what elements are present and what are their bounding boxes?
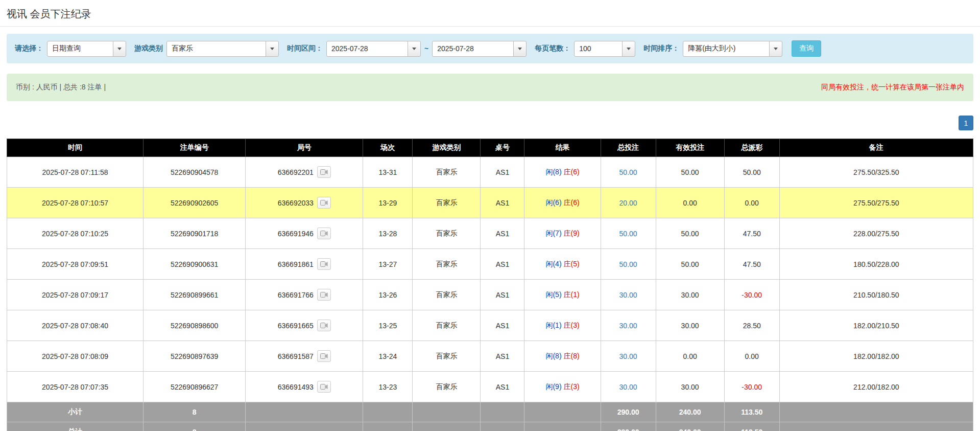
session-cell: 13-29 bbox=[363, 188, 413, 218]
view-round-result-button[interactable] bbox=[317, 258, 331, 270]
banker-result: 庄(1) bbox=[563, 290, 579, 299]
player-result: 闲(9) bbox=[545, 382, 561, 391]
valid-bet-cell: 30.00 bbox=[656, 310, 724, 341]
query-type-dropdown-button[interactable] bbox=[113, 41, 126, 57]
game-type-group: 游戏类别 bbox=[134, 41, 279, 57]
footer-empty-cell bbox=[524, 402, 601, 422]
valid-bet-cell: 0.00 bbox=[656, 341, 724, 372]
date-from-input[interactable] bbox=[326, 41, 408, 57]
footer-valid-bet-cell: 240.00 bbox=[656, 422, 724, 431]
video-icon bbox=[320, 353, 328, 359]
footer-empty-cell bbox=[779, 402, 973, 422]
round-id: 636691946 bbox=[278, 230, 314, 238]
total-bet-link[interactable]: 50.00 bbox=[619, 260, 637, 268]
banker-result: 庄(6) bbox=[563, 168, 579, 176]
footer-empty-cell bbox=[363, 422, 413, 431]
banker-result: 庄(3) bbox=[563, 382, 579, 391]
page-size-input[interactable] bbox=[574, 41, 623, 57]
total-bet-link[interactable]: 30.00 bbox=[619, 352, 637, 360]
remark-cell: 182.00/182.00 bbox=[779, 341, 973, 372]
round-cell: 636691665 bbox=[246, 310, 363, 341]
query-type-label: 请选择： bbox=[15, 44, 43, 53]
remark-cell: 210.50/180.50 bbox=[779, 280, 973, 310]
bet-id-cell: 522690904578 bbox=[144, 157, 246, 188]
payout-cell: 28.50 bbox=[724, 310, 779, 341]
footer-label-cell: 总计 bbox=[7, 422, 144, 431]
header-remark: 备注 bbox=[779, 139, 973, 157]
player-result: 闲(4) bbox=[545, 260, 561, 268]
total-bet-link[interactable]: 20.00 bbox=[619, 199, 637, 207]
result-cell: 闲(1) 庄(3) bbox=[524, 310, 601, 341]
footer-count-cell: 8 bbox=[144, 422, 246, 431]
table-row: 2025-07-28 07:09:51522690900631636691861… bbox=[7, 249, 973, 280]
view-round-result-button[interactable] bbox=[317, 320, 331, 331]
banker-result: 庄(6) bbox=[563, 198, 579, 207]
view-round-result-button[interactable] bbox=[317, 228, 331, 239]
table-no-cell: AS1 bbox=[481, 218, 524, 249]
total-bet-link[interactable]: 30.00 bbox=[619, 291, 637, 299]
view-round-result-button[interactable] bbox=[317, 289, 331, 301]
page-size-dropdown-button[interactable] bbox=[622, 41, 635, 57]
total-bet-link[interactable]: 50.00 bbox=[619, 168, 637, 176]
game-type-input[interactable] bbox=[166, 41, 266, 57]
video-icon bbox=[320, 383, 328, 390]
valid-bet-cell: 30.00 bbox=[656, 372, 724, 402]
banker-result: 庄(5) bbox=[563, 260, 579, 268]
total-bet-link[interactable]: 50.00 bbox=[619, 230, 637, 238]
header-total-bet: 总投注 bbox=[601, 139, 656, 157]
footer-count-cell: 8 bbox=[144, 402, 246, 422]
time-cell: 2025-07-28 07:08:09 bbox=[7, 341, 144, 372]
total-bet-link[interactable]: 30.00 bbox=[619, 322, 637, 330]
total-bet-link[interactable]: 30.00 bbox=[619, 383, 637, 391]
chevron-down-icon bbox=[518, 48, 522, 50]
remark-cell: 275.50/325.50 bbox=[779, 157, 973, 188]
table-no-cell: AS1 bbox=[481, 280, 524, 310]
footer-empty-cell bbox=[413, 402, 481, 422]
time-cell: 2025-07-28 07:07:35 bbox=[7, 372, 144, 402]
result-cell: 闲(6) 庄(6) bbox=[524, 188, 601, 218]
date-from-combo bbox=[326, 41, 421, 57]
date-to-input[interactable] bbox=[432, 41, 514, 57]
game-type-cell: 百家乐 bbox=[413, 249, 481, 280]
sort-label: 时间排序： bbox=[643, 44, 679, 53]
table-row: 2025-07-28 07:10:57522690902605636692033… bbox=[7, 188, 973, 218]
footer-valid-bet-cell: 240.00 bbox=[656, 402, 724, 422]
search-button[interactable]: 查询 bbox=[792, 40, 821, 57]
total-bet-cell: 50.00 bbox=[601, 249, 656, 280]
footer-label-cell: 小计 bbox=[7, 402, 144, 422]
payout-cell: 0.00 bbox=[724, 188, 779, 218]
view-round-result-button[interactable] bbox=[317, 197, 331, 209]
table-row: 2025-07-28 07:09:17522690899661636691766… bbox=[7, 280, 973, 310]
date-from-dropdown-button[interactable] bbox=[408, 41, 421, 57]
page-size-group: 每页笔数： bbox=[535, 41, 635, 57]
header-game-type: 游戏类别 bbox=[413, 139, 481, 157]
time-cell: 2025-07-28 07:09:17 bbox=[7, 280, 144, 310]
total-bet-cell: 50.00 bbox=[601, 218, 656, 249]
session-cell: 13-31 bbox=[363, 157, 413, 188]
banker-result: 庄(9) bbox=[563, 229, 579, 237]
view-round-result-button[interactable] bbox=[317, 381, 331, 393]
payout-cell: -30.00 bbox=[724, 372, 779, 402]
remark-cell: 182.00/210.50 bbox=[779, 310, 973, 341]
player-result: 闲(7) bbox=[545, 229, 561, 237]
view-round-result-button[interactable] bbox=[317, 350, 331, 362]
date-to-dropdown-button[interactable] bbox=[513, 41, 527, 57]
round-id: 636691493 bbox=[278, 383, 314, 391]
payout-cell: 50.00 bbox=[724, 157, 779, 188]
footer-empty-cell bbox=[363, 402, 413, 422]
game-type-combo bbox=[166, 41, 279, 57]
footer-total-bet-cell: 290.00 bbox=[601, 422, 656, 431]
sort-input[interactable] bbox=[683, 41, 770, 57]
session-cell: 13-27 bbox=[363, 249, 413, 280]
sort-dropdown-button[interactable] bbox=[769, 41, 782, 57]
result-cell: 闲(8) 庄(6) bbox=[524, 157, 601, 188]
payout-cell: 47.50 bbox=[724, 249, 779, 280]
footer-total-bet-cell: 290.00 bbox=[601, 402, 656, 422]
view-round-result-button[interactable] bbox=[317, 166, 331, 178]
result-cell: 闲(4) 庄(5) bbox=[524, 249, 601, 280]
footer-empty-cell bbox=[481, 402, 524, 422]
query-type-input[interactable] bbox=[47, 41, 113, 57]
game-type-dropdown-button[interactable] bbox=[266, 41, 279, 57]
chevron-down-icon bbox=[774, 48, 778, 50]
page-1-button[interactable]: 1 bbox=[959, 116, 973, 130]
